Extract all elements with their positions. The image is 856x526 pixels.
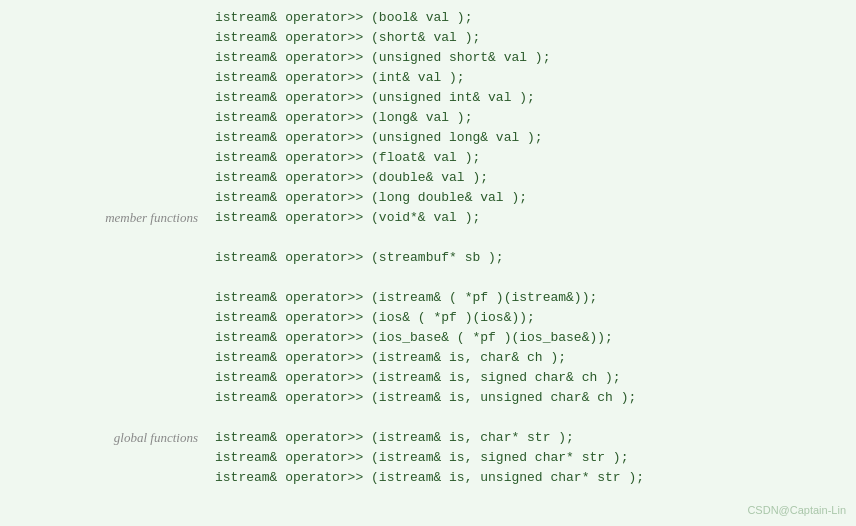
code-line: istream& operator>> (long& val ); (215, 108, 856, 128)
code-line: istream& operator>> (istream& is, char* … (215, 428, 856, 448)
code-line: istream& operator>> (unsigned int& val )… (215, 88, 856, 108)
code-container: member functions global functions istrea… (0, 0, 856, 526)
global-functions-text: global functions (114, 430, 198, 445)
code-line (215, 268, 856, 288)
code-line: istream& operator>> (ios_base& ( *pf )(i… (215, 328, 856, 348)
code-line: istream& operator>> (int& val ); (215, 68, 856, 88)
member-functions-text: member functions (105, 210, 198, 225)
code-line (215, 228, 856, 248)
code-line (215, 408, 856, 428)
code-line: istream& operator>> (ios& ( *pf )(ios&))… (215, 308, 856, 328)
code-block: istream& operator>> (bool& val );istream… (215, 8, 856, 488)
code-line: istream& operator>> (bool& val ); (215, 8, 856, 28)
code-line: istream& operator>> (istream& ( *pf )(is… (215, 288, 856, 308)
watermark: CSDN@Captain-Lin (747, 504, 846, 516)
code-line: istream& operator>> (float& val ); (215, 148, 856, 168)
code-line: istream& operator>> (void*& val ); (215, 208, 856, 228)
code-line: istream& operator>> (istream& is, char& … (215, 348, 856, 368)
code-line: istream& operator>> (istream& is, signed… (215, 368, 856, 388)
code-line: istream& operator>> (istream& is, unsign… (215, 468, 856, 488)
code-line: istream& operator>> (istream& is, signed… (215, 448, 856, 468)
code-line: istream& operator>> (long double& val ); (215, 188, 856, 208)
code-line: istream& operator>> (short& val ); (215, 28, 856, 48)
code-line: istream& operator>> (double& val ); (215, 168, 856, 188)
code-line: istream& operator>> (unsigned short& val… (215, 48, 856, 68)
global-functions-label: global functions (0, 430, 210, 446)
code-line: istream& operator>> (istream& is, unsign… (215, 388, 856, 408)
code-line: istream& operator>> (unsigned long& val … (215, 128, 856, 148)
member-functions-label: member functions (0, 210, 210, 226)
code-line: istream& operator>> (streambuf* sb ); (215, 248, 856, 268)
